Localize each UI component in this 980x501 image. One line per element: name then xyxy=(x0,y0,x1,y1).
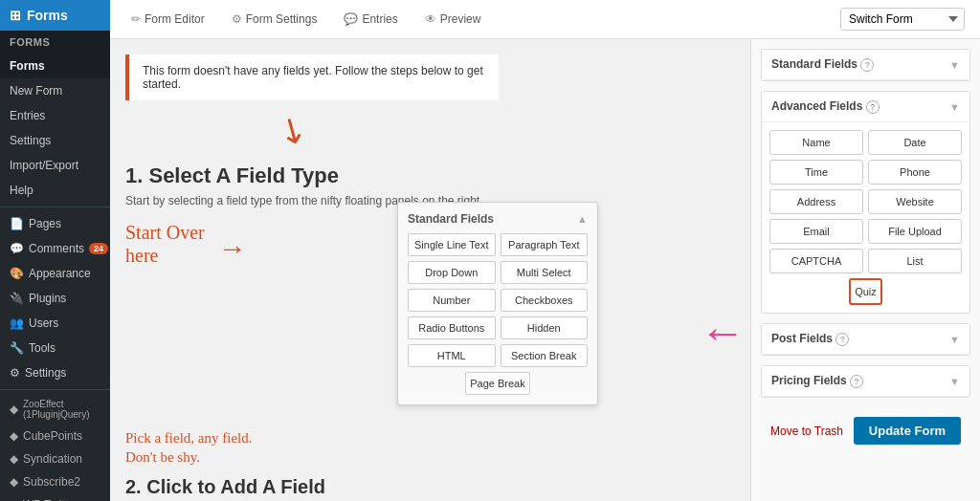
pick-field-annotation: Pick a field, any field. Don't be shy. xyxy=(125,429,735,467)
sidebar-item-forms[interactable]: Forms xyxy=(0,54,110,78)
form-editor-icon: ✏ xyxy=(131,12,141,26)
sidebar-item-syndication[interactable]: ◆ Syndication xyxy=(0,447,110,470)
field-btn-section-break[interactable]: Section Break xyxy=(501,344,589,367)
rp-section-header-standard[interactable]: Standard Fields ? ▼ xyxy=(762,50,969,80)
zooeffect-icon: ◆ xyxy=(10,403,18,416)
rp-section-pricing: Pricing Fields ? ▼ xyxy=(761,365,970,398)
appearance-icon: 🎨 xyxy=(10,267,24,280)
rp-section-standard: Standard Fields ? ▼ xyxy=(761,49,970,81)
field-btn-single-line[interactable]: Single Line Text xyxy=(408,233,496,256)
field-grid: Single Line Text Paragraph Text Drop Dow… xyxy=(408,233,588,395)
sidebar-item-cubepoints[interactable]: ◆ CubePoints xyxy=(0,425,110,447)
sidebar-item-entries[interactable]: Entries xyxy=(0,103,110,128)
field-panel-collapse-icon[interactable]: ▲ xyxy=(577,213,588,225)
field-btn-hidden[interactable]: Hidden xyxy=(501,316,589,339)
pages-icon: 📄 xyxy=(10,217,24,230)
form-settings-icon: ⚙ xyxy=(232,12,242,26)
tab-form-settings[interactable]: ⚙ Form Settings xyxy=(226,9,323,30)
subscribe2-icon: ◆ xyxy=(10,475,18,489)
step2-heading: 2. Click to Add A Field xyxy=(125,476,735,498)
editor: This form doesn't have any fields yet. F… xyxy=(110,39,750,501)
notice-box: This form doesn't have any fields yet. F… xyxy=(125,54,499,100)
sidebar-item-help[interactable]: Help xyxy=(0,178,110,203)
preview-icon: 👁 xyxy=(425,12,436,26)
entries-icon: 💬 xyxy=(344,12,358,26)
topbar-tabs: ✏ Form Editor ⚙ Form Settings 💬 Entries … xyxy=(125,9,486,30)
arrow-right-annotation: → xyxy=(218,232,247,265)
sidebar-item-settings-nav[interactable]: ⚙ Settings xyxy=(0,360,110,385)
topbar: ✏ Form Editor ⚙ Form Settings 💬 Entries … xyxy=(110,0,980,39)
bottom-bar: Move to Trash Update Form xyxy=(761,407,970,454)
plugins-icon: 🔌 xyxy=(10,292,24,305)
step1-heading: 1. Select A Field Type xyxy=(125,163,735,188)
rp-section-body-advanced: Name Date Time Phone Address Website Ema… xyxy=(762,122,969,313)
rp-section-advanced: Advanced Fields ? ▼ Name Date Time Phone… xyxy=(761,91,970,314)
sidebar-item-wp-twitter[interactable]: ◆ WP Twitter xyxy=(0,493,110,501)
settings-icon: ⚙ xyxy=(10,366,20,380)
rp-btn-file-upload[interactable]: File Upload xyxy=(868,219,962,244)
users-icon: 👥 xyxy=(10,316,24,330)
rp-btn-list[interactable]: List xyxy=(868,249,962,273)
sidebar-item-subscribe2[interactable]: ◆ Subscribe2 xyxy=(0,470,110,493)
comments-badge: 24 xyxy=(89,243,108,254)
post-fields-chevron: ▼ xyxy=(949,334,960,345)
field-panel-header: Standard Fields ▲ xyxy=(408,212,588,226)
sidebar-item-new-form[interactable]: New Form xyxy=(0,78,110,103)
rp-btn-captcha[interactable]: CAPTCHA xyxy=(769,249,863,273)
rp-btn-name[interactable]: Name xyxy=(769,130,863,155)
sidebar-item-appearance[interactable]: 🎨 Appearance xyxy=(0,261,110,286)
pick-field-label: Pick a field, any field. Don't be shy. xyxy=(125,429,735,467)
field-btn-number[interactable]: Number xyxy=(408,289,496,312)
right-panel: Standard Fields ? ▼ Advanced Fields ? ▼ … xyxy=(750,39,980,501)
syndication-icon: ◆ xyxy=(10,452,18,466)
pricing-fields-info-icon[interactable]: ? xyxy=(850,375,863,388)
field-btn-page-break[interactable]: Page Break xyxy=(465,372,529,395)
forms-icon: ⊞ xyxy=(10,8,21,23)
rp-section-header-advanced[interactable]: Advanced Fields ? ▼ xyxy=(762,92,969,122)
field-btn-paragraph[interactable]: Paragraph Text xyxy=(501,233,589,256)
sidebar-item-users[interactable]: 👥 Users xyxy=(0,311,110,336)
rp-btn-quiz[interactable]: Quiz xyxy=(849,278,882,305)
sidebar-item-comments[interactable]: 💬 Comments 24 xyxy=(0,236,110,261)
tab-preview[interactable]: 👁 Preview xyxy=(419,9,487,30)
rp-btn-phone[interactable]: Phone xyxy=(868,160,962,185)
sidebar-item-tools[interactable]: 🔧 Tools xyxy=(0,336,110,360)
sidebar: ⊞ Forms Forms Forms New Form Entries Set… xyxy=(0,0,110,501)
field-btn-checkboxes[interactable]: Checkboxes xyxy=(501,289,589,312)
update-form-button[interactable]: Update Form xyxy=(854,417,961,445)
sidebar-logo-label: Forms xyxy=(27,8,68,23)
tab-form-editor[interactable]: ✏ Form Editor xyxy=(125,9,211,30)
field-btn-dropdown[interactable]: Drop Down xyxy=(408,261,496,284)
standard-fields-info-icon[interactable]: ? xyxy=(860,58,874,72)
rp-btn-date[interactable]: Date xyxy=(868,130,962,155)
sidebar-logo: ⊞ Forms xyxy=(0,0,110,31)
content-area: This form doesn't have any fields yet. F… xyxy=(110,39,980,501)
advanced-fields-chevron: ▼ xyxy=(949,101,960,113)
sidebar-item-zooeffect[interactable]: ◆ ZooEffect(1PluginjQuery) xyxy=(0,394,110,425)
rp-section-header-pricing[interactable]: Pricing Fields ? ▼ xyxy=(762,366,969,397)
field-btn-multiselect[interactable]: Multi Select xyxy=(501,261,589,284)
rp-btn-address[interactable]: Address xyxy=(769,189,863,214)
tab-entries[interactable]: 💬 Entries xyxy=(338,9,403,30)
switch-form-select[interactable]: Switch Form xyxy=(840,8,965,31)
advanced-fields-info-icon[interactable]: ? xyxy=(866,100,880,114)
forms-section-header: Forms xyxy=(0,31,110,54)
sidebar-item-settings[interactable]: Settings xyxy=(0,128,110,153)
sidebar-divider-2 xyxy=(0,389,110,390)
field-panel: Standard Fields ▲ Single Line Text Parag… xyxy=(397,202,598,405)
rp-btn-website[interactable]: Website xyxy=(868,189,962,214)
post-fields-info-icon[interactable]: ? xyxy=(835,333,849,346)
sidebar-item-pages[interactable]: 📄 Pages xyxy=(0,211,110,236)
field-btn-html[interactable]: HTML xyxy=(408,344,496,367)
rp-section-header-post[interactable]: Post Fields ? ▼ xyxy=(762,324,969,355)
move-trash-link[interactable]: Move to Trash xyxy=(770,425,843,438)
sidebar-item-import-export[interactable]: Import/Export xyxy=(0,153,110,178)
field-btn-radio[interactable]: Radio Buttons xyxy=(408,316,496,339)
rp-btn-email[interactable]: Email xyxy=(769,219,863,244)
tools-icon: 🔧 xyxy=(10,341,24,355)
sidebar-item-plugins[interactable]: 🔌 Plugins xyxy=(0,286,110,311)
rp-btn-time[interactable]: Time xyxy=(769,160,863,185)
advanced-fields-grid: Name Date Time Phone Address Website Ema… xyxy=(769,130,962,305)
standard-fields-chevron: ▼ xyxy=(949,59,960,71)
main: ✏ Form Editor ⚙ Form Settings 💬 Entries … xyxy=(110,0,980,501)
